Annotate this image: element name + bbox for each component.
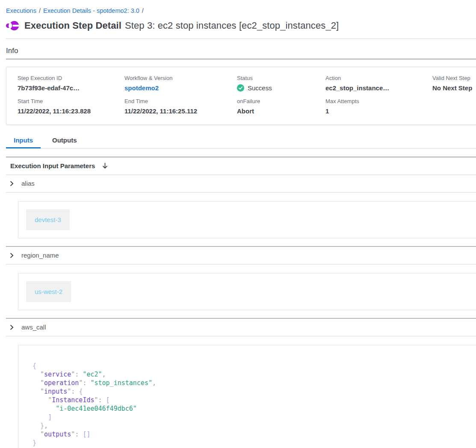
param-value-panel: devtest-3 bbox=[18, 201, 476, 238]
execution-step-detail-page: Executions/Execution Details - spotdemo2… bbox=[0, 0, 476, 448]
status-badge: Success bbox=[237, 84, 325, 92]
info-field-value: 11/22/2022, 11:16:25.112 bbox=[124, 107, 237, 115]
step-info-card: Step Execution ID7b73f93e-edaf-47c…Workf… bbox=[6, 67, 476, 125]
info-field-label: Valid Next Step bbox=[432, 75, 476, 81]
breadcrumb-separator: / bbox=[139, 7, 146, 14]
title-divider bbox=[6, 39, 476, 39]
breadcrumb-separator: / bbox=[36, 7, 43, 14]
chevron-right-icon bbox=[9, 324, 15, 330]
param-group-region_name: region_nameus-west-2 bbox=[6, 246, 476, 310]
info-field-value: No Next Step bbox=[432, 84, 476, 92]
workflow-link[interactable]: spotdemo2 bbox=[124, 84, 159, 92]
info-field: Actionec2_stop_instance… bbox=[325, 75, 432, 92]
param-header-region_name[interactable]: region_name bbox=[6, 247, 476, 264]
json-code-block: { "service": "ec2", "operation": "stop_i… bbox=[33, 362, 468, 447]
info-field: onFailureAbort bbox=[237, 98, 325, 115]
inputs-outputs-tabs: InputsOutputs bbox=[6, 135, 476, 148]
breadcrumb-link[interactable]: Executions bbox=[6, 7, 36, 14]
execution-input-parameters-header[interactable]: Execution Input Parameters bbox=[6, 157, 476, 175]
success-check-icon bbox=[237, 84, 244, 92]
param-body-aws_call: { "service": "ec2", "operation": "stop_i… bbox=[18, 345, 476, 448]
tab-outputs[interactable]: Outputs bbox=[44, 135, 85, 148]
tab-inputs[interactable]: Inputs bbox=[6, 135, 41, 148]
arrow-down-icon[interactable] bbox=[102, 163, 108, 169]
param-name: aws_call bbox=[21, 323, 46, 331]
info-field: Step Execution ID7b73f93e-edaf-47c… bbox=[18, 75, 124, 92]
info-field: Workflow & Versionspotdemo2 bbox=[124, 75, 237, 92]
info-section-heading: Info bbox=[6, 47, 476, 55]
status-text: Success bbox=[248, 84, 272, 92]
info-field-label: Workflow & Version bbox=[124, 75, 237, 81]
info-field-label: End Time bbox=[124, 98, 237, 104]
execution-parameters-accordion: Execution Input Parameters aliasdevtest-… bbox=[6, 157, 476, 448]
page-title-row: Execution Step DetailStep 3: ec2 stop in… bbox=[6, 19, 476, 32]
param-body-alias: devtest-3 bbox=[18, 201, 476, 238]
chevron-right-icon bbox=[9, 252, 15, 258]
info-field-label: Step Execution ID bbox=[18, 75, 124, 81]
info-field-value: 11/22/2022, 11:16:23.828 bbox=[18, 107, 124, 115]
chevron-right-icon bbox=[9, 181, 15, 187]
page-subtitle: Step 3: ec2 stop instances [ec2_stop_ins… bbox=[125, 20, 339, 31]
breadcrumb: Executions/Execution Details - spotdemo2… bbox=[6, 3, 476, 14]
param-code-panel: { "service": "ec2", "operation": "stop_i… bbox=[18, 345, 476, 448]
info-field-value: ec2_stop_instance… bbox=[325, 84, 432, 92]
info-field-value: 1 bbox=[325, 107, 432, 115]
param-body-region_name: us-west-2 bbox=[18, 273, 476, 310]
param-value-chip: devtest-3 bbox=[26, 209, 70, 230]
info-field-label: onFailure bbox=[237, 98, 325, 104]
info-field: Max Attempts1 bbox=[325, 98, 432, 115]
info-field-label: Status bbox=[237, 75, 325, 81]
info-heading-divider bbox=[6, 59, 476, 59]
page-title: Execution Step DetailStep 3: ec2 stop in… bbox=[24, 20, 339, 31]
info-field-value: 7b73f93e-edaf-47c… bbox=[18, 84, 124, 92]
app-logo-icon bbox=[6, 19, 19, 32]
info-field: StatusSuccess bbox=[237, 75, 325, 92]
param-value-chip: us-west-2 bbox=[26, 281, 71, 302]
param-header-alias[interactable]: alias bbox=[6, 175, 476, 193]
info-field-label: Start Time bbox=[18, 98, 124, 104]
info-field-label: Action bbox=[325, 75, 432, 81]
param-name: alias bbox=[21, 180, 35, 187]
param-value-panel: us-west-2 bbox=[18, 273, 476, 310]
info-field: Valid Next StepNo Next Step bbox=[432, 75, 476, 92]
breadcrumb-link[interactable]: Execution Details - spotdemo2: 3.0 bbox=[43, 7, 139, 14]
param-group-alias: aliasdevtest-3 bbox=[6, 175, 476, 238]
execution-input-parameters-label: Execution Input Parameters bbox=[10, 162, 95, 169]
param-group-aws_call: aws_call{ "service": "ec2", "operation":… bbox=[6, 318, 476, 448]
info-field: End Time11/22/2022, 11:16:25.112 bbox=[124, 98, 237, 115]
info-field: Start Time11/22/2022, 11:16:23.828 bbox=[18, 98, 124, 115]
info-grid: Step Execution ID7b73f93e-edaf-47c…Workf… bbox=[18, 75, 476, 121]
param-name: region_name bbox=[21, 252, 59, 259]
info-field-value: spotdemo2 bbox=[124, 84, 237, 92]
param-header-aws_call[interactable]: aws_call bbox=[6, 319, 476, 336]
info-field-label: Max Attempts bbox=[325, 98, 432, 104]
info-field-value: Abort bbox=[237, 107, 325, 115]
parameters-list: aliasdevtest-3region_nameus-west-2aws_ca… bbox=[6, 175, 476, 448]
